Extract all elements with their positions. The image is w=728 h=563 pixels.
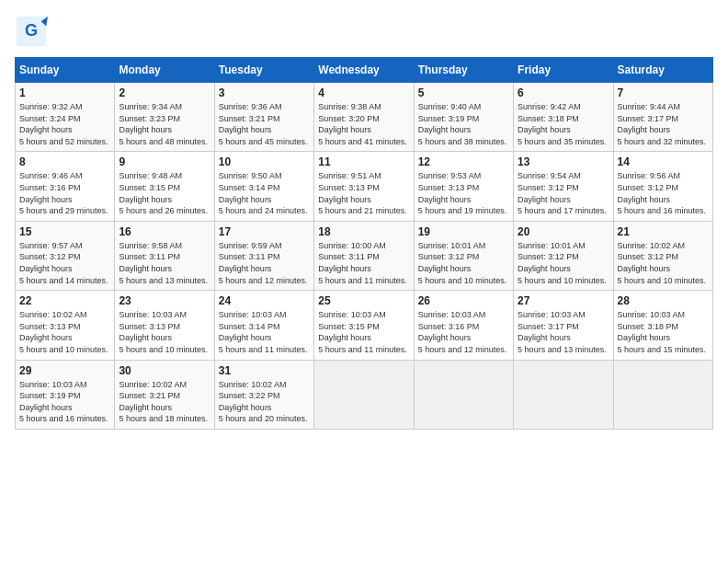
day-number: 16 — [119, 225, 210, 238]
day-info: Sunrise: 9:54 AMSunset: 3:12 PMDaylight … — [518, 171, 607, 215]
calendar-cell: 26Sunrise: 10:03 AMSunset: 3:16 PMDaylig… — [414, 291, 513, 360]
calendar-cell: 28Sunrise: 10:03 AMSunset: 3:18 PMDaylig… — [613, 291, 712, 360]
calendar-cell: 2Sunrise: 9:34 AMSunset: 3:23 PMDaylight… — [115, 83, 214, 152]
calendar-cell: 15Sunrise: 9:57 AMSunset: 3:12 PMDayligh… — [16, 221, 115, 290]
weekday-header: Friday — [514, 58, 613, 83]
day-info: Sunrise: 10:02 AMSunset: 3:12 PMDaylight… — [618, 241, 707, 285]
day-number: 15 — [19, 225, 110, 238]
calendar-table: SundayMondayTuesdayWednesdayThursdayFrid… — [15, 57, 713, 430]
day-number: 4 — [318, 86, 409, 99]
calendar-cell: 22Sunrise: 10:02 AMSunset: 3:13 PMDaylig… — [16, 291, 115, 360]
day-number: 11 — [318, 155, 409, 168]
day-number: 23 — [119, 294, 210, 307]
day-number: 8 — [19, 155, 110, 168]
day-number: 5 — [418, 86, 509, 99]
calendar-cell: 8Sunrise: 9:46 AMSunset: 3:16 PMDaylight… — [16, 152, 115, 221]
day-number: 25 — [318, 294, 409, 307]
calendar-cell: 19Sunrise: 10:01 AMSunset: 3:12 PMDaylig… — [414, 221, 513, 290]
day-info: Sunrise: 9:38 AMSunset: 3:20 PMDaylight … — [318, 102, 407, 146]
day-number: 1 — [19, 86, 110, 99]
calendar-cell — [514, 360, 613, 429]
day-info: Sunrise: 10:00 AMSunset: 3:11 PMDaylight… — [318, 241, 407, 285]
weekday-header: Saturday — [613, 58, 712, 83]
day-info: Sunrise: 9:42 AMSunset: 3:18 PMDaylight … — [518, 102, 607, 146]
day-info: Sunrise: 10:03 AMSunset: 3:14 PMDaylight… — [219, 310, 308, 354]
calendar-cell: 29Sunrise: 10:03 AMSunset: 3:19 PMDaylig… — [16, 360, 115, 429]
calendar-week-row: 8Sunrise: 9:46 AMSunset: 3:16 PMDaylight… — [16, 152, 713, 221]
calendar-cell: 21Sunrise: 10:02 AMSunset: 3:12 PMDaylig… — [613, 221, 712, 290]
calendar-cell — [314, 360, 414, 429]
day-number: 3 — [219, 86, 310, 99]
day-info: Sunrise: 9:58 AMSunset: 3:11 PMDaylight … — [119, 241, 208, 285]
day-number: 29 — [19, 364, 110, 377]
calendar-cell: 4Sunrise: 9:38 AMSunset: 3:20 PMDaylight… — [314, 83, 414, 152]
page-container: G SundayMondayTuesdayWednesdayThursdayFr… — [0, 0, 728, 437]
day-number: 24 — [219, 294, 310, 307]
day-number: 20 — [518, 225, 609, 238]
day-info: Sunrise: 9:36 AMSunset: 3:21 PMDaylight … — [219, 102, 308, 146]
day-number: 31 — [219, 364, 310, 377]
day-info: Sunrise: 10:03 AMSunset: 3:15 PMDaylight… — [318, 310, 407, 354]
day-info: Sunrise: 10:03 AMSunset: 3:18 PMDaylight… — [618, 310, 707, 354]
calendar-week-row: 1Sunrise: 9:32 AMSunset: 3:24 PMDaylight… — [16, 83, 713, 152]
day-info: Sunrise: 9:34 AMSunset: 3:23 PMDaylight … — [119, 102, 208, 146]
calendar-week-row: 15Sunrise: 9:57 AMSunset: 3:12 PMDayligh… — [16, 221, 713, 290]
day-number: 30 — [119, 364, 210, 377]
calendar-cell: 3Sunrise: 9:36 AMSunset: 3:21 PMDaylight… — [214, 83, 313, 152]
calendar-cell: 31Sunrise: 10:02 AMSunset: 3:22 PMDaylig… — [214, 360, 313, 429]
day-info: Sunrise: 9:44 AMSunset: 3:17 PMDaylight … — [618, 102, 707, 146]
day-number: 7 — [618, 86, 709, 99]
calendar-cell: 18Sunrise: 10:00 AMSunset: 3:11 PMDaylig… — [314, 221, 414, 290]
day-info: Sunrise: 10:01 AMSunset: 3:12 PMDaylight… — [518, 241, 607, 285]
calendar-cell: 20Sunrise: 10:01 AMSunset: 3:12 PMDaylig… — [514, 221, 613, 290]
weekday-header: Thursday — [414, 58, 513, 83]
day-info: Sunrise: 9:59 AMSunset: 3:11 PMDaylight … — [219, 241, 308, 285]
day-number: 12 — [418, 155, 509, 168]
day-info: Sunrise: 10:02 AMSunset: 3:13 PMDaylight… — [19, 310, 108, 354]
calendar-cell: 25Sunrise: 10:03 AMSunset: 3:15 PMDaylig… — [314, 291, 414, 360]
day-number: 26 — [418, 294, 509, 307]
day-info: Sunrise: 9:46 AMSunset: 3:16 PMDaylight … — [19, 171, 108, 215]
weekday-header: Tuesday — [214, 58, 313, 83]
calendar-cell: 27Sunrise: 10:03 AMSunset: 3:17 PMDaylig… — [514, 291, 613, 360]
day-info: Sunrise: 9:53 AMSunset: 3:13 PMDaylight … — [418, 171, 507, 215]
logo: G — [15, 15, 50, 48]
day-number: 2 — [119, 86, 210, 99]
day-info: Sunrise: 9:56 AMSunset: 3:12 PMDaylight … — [618, 171, 707, 215]
calendar-week-row: 22Sunrise: 10:02 AMSunset: 3:13 PMDaylig… — [16, 291, 713, 360]
day-number: 28 — [618, 294, 709, 307]
calendar-cell: 10Sunrise: 9:50 AMSunset: 3:14 PMDayligh… — [214, 152, 313, 221]
day-number: 18 — [318, 225, 409, 238]
calendar-cell — [613, 360, 712, 429]
day-info: Sunrise: 10:02 AMSunset: 3:22 PMDaylight… — [219, 380, 308, 424]
calendar-cell: 6Sunrise: 9:42 AMSunset: 3:18 PMDaylight… — [514, 83, 613, 152]
day-info: Sunrise: 10:03 AMSunset: 3:17 PMDaylight… — [518, 310, 607, 354]
calendar-cell: 12Sunrise: 9:53 AMSunset: 3:13 PMDayligh… — [414, 152, 513, 221]
calendar-week-row: 29Sunrise: 10:03 AMSunset: 3:19 PMDaylig… — [16, 360, 713, 429]
day-number: 6 — [518, 86, 609, 99]
day-number: 10 — [219, 155, 310, 168]
calendar-cell: 17Sunrise: 9:59 AMSunset: 3:11 PMDayligh… — [214, 221, 313, 290]
day-number: 17 — [219, 225, 310, 238]
day-info: Sunrise: 10:03 AMSunset: 3:16 PMDaylight… — [418, 310, 507, 354]
day-info: Sunrise: 9:48 AMSunset: 3:15 PMDaylight … — [119, 171, 208, 215]
calendar-cell: 7Sunrise: 9:44 AMSunset: 3:17 PMDaylight… — [613, 83, 712, 152]
day-number: 21 — [618, 225, 709, 238]
calendar-cell: 5Sunrise: 9:40 AMSunset: 3:19 PMDaylight… — [414, 83, 513, 152]
day-info: Sunrise: 9:50 AMSunset: 3:14 PMDaylight … — [219, 171, 308, 215]
calendar-cell: 23Sunrise: 10:03 AMSunset: 3:13 PMDaylig… — [115, 291, 214, 360]
calendar-cell: 13Sunrise: 9:54 AMSunset: 3:12 PMDayligh… — [514, 152, 613, 221]
day-number: 13 — [518, 155, 609, 168]
logo-icon: G — [15, 15, 48, 48]
weekday-header: Monday — [115, 58, 214, 83]
weekday-header-row: SundayMondayTuesdayWednesdayThursdayFrid… — [16, 58, 713, 83]
day-info: Sunrise: 10:03 AMSunset: 3:13 PMDaylight… — [119, 310, 208, 354]
day-info: Sunrise: 10:02 AMSunset: 3:21 PMDaylight… — [119, 380, 208, 424]
day-number: 19 — [418, 225, 509, 238]
calendar-cell: 16Sunrise: 9:58 AMSunset: 3:11 PMDayligh… — [115, 221, 214, 290]
day-info: Sunrise: 9:32 AMSunset: 3:24 PMDaylight … — [19, 102, 108, 146]
day-info: Sunrise: 10:01 AMSunset: 3:12 PMDaylight… — [418, 241, 507, 285]
day-number: 9 — [119, 155, 210, 168]
calendar-cell: 11Sunrise: 9:51 AMSunset: 3:13 PMDayligh… — [314, 152, 414, 221]
weekday-header: Wednesday — [314, 58, 414, 83]
